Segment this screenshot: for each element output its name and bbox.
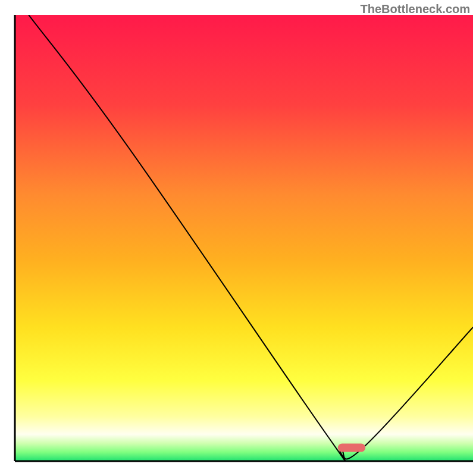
bottleneck-chart bbox=[0, 0, 476, 476]
gradient-background bbox=[15, 15, 473, 461]
chart-container: TheBottleneck.com bbox=[0, 0, 476, 476]
watermark-text: TheBottleneck.com bbox=[361, 2, 470, 16]
optimal-marker bbox=[338, 444, 365, 452]
